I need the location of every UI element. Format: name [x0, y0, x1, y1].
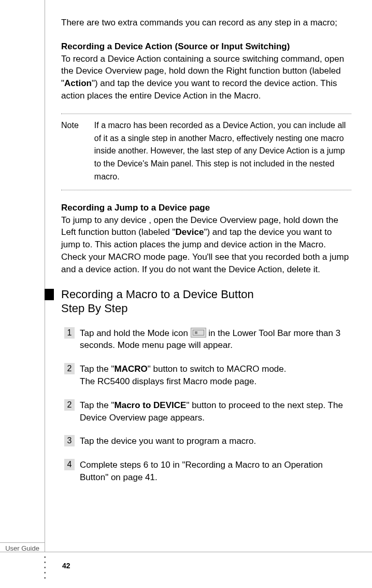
step-bold-label: MACRO: [115, 364, 148, 374]
step-item: 2Tap the "MACRO" button to switch to MAC…: [64, 363, 351, 388]
step-number: 2: [64, 399, 75, 411]
section-body-post: ") and tap the device you want to record…: [61, 78, 337, 101]
step-body: Tap the device you want to program a mac…: [80, 435, 351, 447]
step-number: 3: [64, 435, 75, 446]
step-body: Tap and hold the Mode icon in the Lower …: [80, 327, 351, 352]
step-number: 1: [64, 327, 75, 339]
step-item: 4Complete steps 6 to 10 in "Recording a …: [64, 459, 351, 484]
section-heading: Recording a Device Action (Source or Inp…: [61, 41, 290, 51]
note-label: Note: [61, 119, 79, 184]
step-bold-label: Macro to DEVICE: [115, 400, 187, 410]
footer-tab: User Guide: [0, 542, 45, 552]
footer-dots: •••••: [44, 555, 46, 581]
section-heading: Recording a Jump to a Device page: [61, 203, 210, 213]
section-heading-text: Recording a Macro to a Device Button Ste…: [61, 287, 254, 316]
step-text-pre: Tap the ": [80, 400, 115, 410]
step-body: Tap the "Macro to DEVICE" button to proc…: [80, 399, 351, 424]
page-content: There are two extra commands you can rec…: [61, 17, 351, 495]
section-jump-device: Recording a Jump to a Device page To jum…: [61, 202, 351, 276]
step-text-pre: Tap the device you want to program a mac…: [80, 436, 256, 446]
section-marker-icon: [45, 289, 54, 300]
step-item: 1Tap and hold the Mode icon in the Lower…: [64, 327, 351, 352]
footer-line: [0, 552, 372, 552]
mode-icon: [191, 328, 206, 338]
page-number: 42: [62, 562, 70, 570]
note-block: Note If a macro has been recorded as a D…: [61, 114, 351, 190]
heading-line-1: Recording a Macro to a Device Button: [61, 288, 254, 301]
step-number: 4: [64, 459, 75, 470]
intro-paragraph: There are two extra commands you can rec…: [61, 17, 351, 29]
vertical-margin-rule: [45, 0, 45, 552]
step-text-pre: Tap and hold the Mode icon: [80, 328, 191, 338]
step-item: 2Tap the "Macro to DEVICE" button to pro…: [64, 399, 351, 424]
step-body: Complete steps 6 to 10 in "Recording a M…: [80, 459, 351, 484]
device-label: Device: [176, 227, 204, 237]
note-body: If a macro has been recorded as a Device…: [94, 119, 351, 184]
step-number: 2: [64, 363, 75, 374]
action-label: Action: [64, 78, 92, 88]
step-text-post: The RC5400 displays first Macro mode pag…: [80, 376, 256, 386]
step-text-pre: Tap the ": [80, 364, 115, 374]
step-text-pre: Complete steps 6 to 10 in "Recording a M…: [80, 460, 323, 482]
section-heading-recording-macro: Recording a Macro to a Device Button Ste…: [45, 287, 351, 316]
step-text-post: " button to switch to MACRO mode.: [148, 364, 287, 374]
step-body: Tap the "MACRO" button to switch to MACR…: [80, 363, 351, 388]
heading-line-2: Step By Step: [61, 302, 127, 315]
section-device-action: Recording a Device Action (Source or Inp…: [61, 40, 351, 102]
steps-list: 1Tap and hold the Mode icon in the Lower…: [61, 327, 351, 484]
step-item: 3Tap the device you want to program a ma…: [64, 435, 351, 447]
